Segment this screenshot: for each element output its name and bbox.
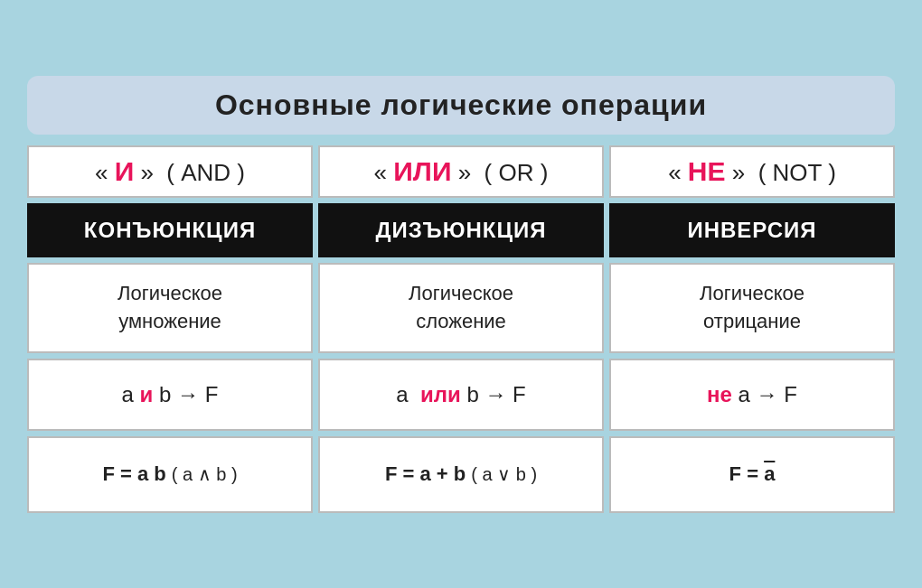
or-formula-sub: ( a ∨ b ) [471,464,537,484]
not-desc: Логическоеотрицание [700,280,804,336]
main-container: Основные логические операции « И » ( AND… [18,67,904,522]
and-desc-cell: Логическоеумножение [27,263,313,353]
or-op-cell: « ИЛИ » ( OR ) [318,145,604,198]
and-expr-cell: a и b → F [27,359,313,431]
inversion-cell: ИНВЕРСИЯ [609,203,895,257]
not-formula-cell: F = a [609,436,895,513]
or-highlight: ИЛИ [393,156,451,186]
or-expr-cell: a или b → F [318,359,604,431]
not-formula: F = a [729,462,776,486]
and-formula-cell: F = a b ( a ∧ b ) [27,436,313,513]
not-expr: не a → F [707,382,797,407]
inversion-label: ИНВЕРСИЯ [687,218,816,243]
conjunction-cell: КОНЪЮНКЦИЯ [27,203,313,257]
disjunction-label: ДИЗЪЮНКЦИЯ [375,218,546,243]
disjunction-cell: ДИЗЪЮНКЦИЯ [318,203,604,257]
and-formula: F = a b ( a ∧ b ) [102,462,237,486]
and-keyword: и [140,382,154,406]
and-op-cell: « И » ( AND ) [27,145,313,198]
or-expr: a или b → F [396,382,525,407]
or-op-label: « ИЛИ » ( OR ) [374,156,549,187]
page-title: Основные логические операции [45,89,877,122]
or-desc-cell: Логическоесложение [318,263,604,353]
or-formula-cell: F = a + b ( a ∨ b ) [318,436,604,513]
not-expr-cell: не a → F [609,359,895,431]
or-formula: F = a + b ( a ∨ b ) [385,462,537,486]
not-highlight: НЕ [688,156,726,186]
or-desc: Логическоесложение [409,280,513,336]
not-op-cell: « НЕ » ( NOT ) [609,145,895,198]
or-keyword: или [420,382,461,406]
not-op-label: « НЕ » ( NOT ) [668,156,836,187]
not-formula-var: a [764,462,775,485]
not-keyword: не [707,382,732,406]
operations-grid: « И » ( AND ) « ИЛИ » ( OR ) « НЕ » ( NO… [27,145,895,513]
and-op-label: « И » ( AND ) [95,156,245,187]
and-highlight: И [115,156,135,186]
title-box: Основные логические операции [27,76,895,135]
and-expr: a и b → F [122,382,219,407]
and-formula-sub: ( a ∧ b ) [172,464,238,484]
conjunction-label: КОНЪЮНКЦИЯ [84,218,256,243]
and-desc: Логическоеумножение [118,280,222,336]
not-desc-cell: Логическоеотрицание [609,263,895,353]
